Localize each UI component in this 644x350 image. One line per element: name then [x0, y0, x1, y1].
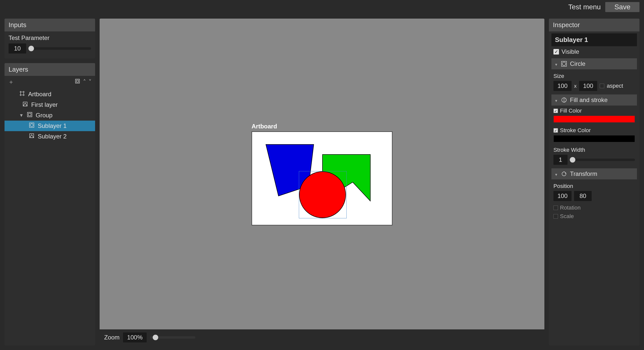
scale-label: Scale [560, 213, 574, 220]
visible-checkbox[interactable]: ✓ [553, 49, 559, 55]
layer-item-label: Sublayer 1 [38, 122, 67, 129]
svg-point-13 [562, 62, 566, 66]
shape-section-header[interactable]: Circle [551, 58, 637, 69]
transform-icon [561, 171, 567, 177]
shape-icon [22, 101, 28, 109]
stroke-color-label: Stroke Color [560, 127, 591, 134]
inspector-panel: Inspector Sublayer 1 ✓ Visible Circle Si… [549, 19, 639, 345]
fillstroke-section-title: Fill and stroke [570, 96, 608, 104]
scale-checkbox[interactable] [553, 214, 558, 219]
shape-section-title: Circle [570, 60, 585, 67]
stroke-width-input[interactable]: 1 [553, 155, 568, 165]
stroke-width-slider-thumb[interactable] [570, 157, 575, 163]
fillstroke-section-header[interactable]: Fill and stroke [551, 94, 637, 106]
fill-color-label: Fill Color [560, 108, 582, 114]
svg-rect-7 [27, 112, 32, 117]
zoom-value-input[interactable]: 100% [123, 332, 146, 342]
inputs-panel-header: Inputs [5, 19, 95, 31]
circle-icon [561, 61, 567, 67]
canvas-viewport[interactable]: Artboard [100, 19, 544, 329]
layer-item-sublayer-2[interactable]: Sublayer 2 [5, 131, 95, 142]
frame-icon [19, 90, 25, 98]
layers-panel-header: Layers [5, 63, 95, 76]
size-separator: x [574, 83, 577, 89]
chevron-down-icon[interactable]: ▼ [19, 113, 24, 118]
zoom-label: Zoom [104, 334, 119, 341]
fill-color-checkbox[interactable] [553, 109, 558, 113]
svg-rect-0 [75, 79, 79, 83]
chevron-down-icon [554, 170, 558, 177]
size-height-input[interactable]: 100 [579, 81, 597, 91]
layer-item-artboard[interactable]: Artboard [5, 89, 95, 99]
svg-rect-8 [28, 113, 31, 116]
rotation-label: Rotation [560, 205, 581, 211]
stroke-color-checkbox[interactable] [553, 128, 558, 133]
group-icon [27, 112, 33, 119]
app-body: Inputs Test Parameter 10 Layers ＋ ˄ [0, 14, 644, 350]
stroke-width-label: Stroke Width [553, 147, 635, 153]
inputs-panel: Inputs Test Parameter 10 [5, 19, 95, 59]
layers-view-mode-icon[interactable] [74, 78, 80, 86]
layer-item-group[interactable]: ▼Group [5, 110, 95, 121]
artboard-label: Artboard [252, 123, 392, 130]
selection-bounding-box[interactable] [299, 171, 347, 218]
contrast-icon [561, 97, 567, 103]
fill-color-swatch[interactable] [553, 116, 635, 123]
layer-tree: ArtboardFirst layer▼GroupSublayer 1Subla… [5, 88, 95, 143]
position-label: Position [553, 183, 635, 189]
expand-layers-button[interactable]: ˅ [89, 78, 92, 85]
collapse-layers-button[interactable]: ˄ [83, 78, 86, 85]
stroke-width-slider[interactable] [570, 159, 635, 161]
topbar: Test menu Save [0, 0, 644, 14]
shape-icon [29, 133, 35, 140]
layer-item-label: Artboard [28, 91, 51, 98]
selected-layer-name[interactable]: Sublayer 1 [551, 33, 637, 46]
rotation-checkbox[interactable] [553, 206, 558, 210]
zoom-bar: Zoom 100% [100, 329, 544, 345]
inspector-header: Inspector [549, 19, 639, 31]
parameter-value-input[interactable]: 10 [9, 43, 26, 54]
size-width-input[interactable]: 100 [553, 81, 572, 91]
layer-item-label: Sublayer 2 [38, 133, 67, 140]
aspect-checkbox[interactable] [600, 84, 604, 88]
zoom-slider-thumb[interactable] [153, 335, 158, 340]
position-x-input[interactable]: 100 [553, 191, 572, 201]
layer-item-first-layer[interactable]: First layer [5, 99, 95, 110]
visible-label: Visible [561, 48, 579, 55]
add-layer-button[interactable]: ＋ [8, 78, 14, 86]
layers-panel: Layers ＋ ˄ ˅ ArtboardFirst layer▼GroupSu… [5, 63, 95, 345]
test-menu[interactable]: Test menu [568, 3, 601, 11]
right-column: Inspector Sublayer 1 ✓ Visible Circle Si… [549, 19, 639, 345]
aspect-label: aspect [607, 83, 623, 89]
left-column: Inputs Test Parameter 10 Layers ＋ ˄ [5, 19, 95, 345]
position-y-input[interactable]: 80 [574, 191, 592, 201]
size-label: Size [553, 73, 635, 79]
parameter-slider-thumb[interactable] [28, 46, 34, 51]
layer-item-sublayer-1[interactable]: Sublayer 1 [5, 121, 95, 131]
svg-point-10 [30, 124, 33, 127]
circle-icon [29, 122, 35, 130]
svg-rect-1 [76, 80, 78, 82]
stroke-color-swatch[interactable] [553, 135, 635, 142]
parameter-slider[interactable] [29, 47, 91, 50]
artboard[interactable] [252, 131, 392, 225]
parameter-label: Test Parameter [9, 34, 91, 41]
canvas-area: Artboard Zoom 100% [100, 19, 544, 345]
save-button[interactable]: Save [605, 2, 639, 12]
layer-item-label: Group [36, 112, 53, 119]
layers-toolbar: ＋ ˄ ˅ [5, 76, 95, 88]
zoom-slider[interactable] [150, 336, 195, 339]
chevron-down-icon [554, 60, 558, 67]
transform-section-header[interactable]: Transform [551, 168, 637, 179]
layer-item-label: First layer [31, 101, 58, 108]
transform-section-title: Transform [570, 170, 597, 177]
svg-point-15 [562, 172, 566, 176]
chevron-down-icon [554, 96, 558, 104]
